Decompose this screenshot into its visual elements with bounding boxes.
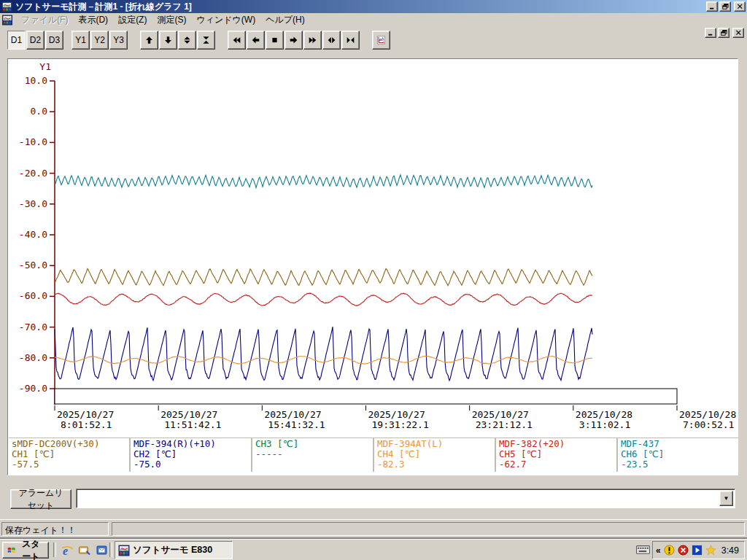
favorites-star-icon[interactable] [705,545,716,556]
toolbar-fast-forward-button[interactable] [303,31,322,50]
toolbar-expand-horizontal-button[interactable] [322,31,341,50]
menu-item-3[interactable]: 測定(S) [152,12,191,28]
close-button[interactable] [734,1,746,12]
toolbar-button-d2[interactable]: D2 [26,31,44,50]
legend-channel: CH6 [℃] [621,449,735,459]
svg-text:-30.0: -30.0 [19,198,47,209]
menu-item-0: ファイル(F) [16,12,73,28]
svg-text:8:01:52.1: 8:01:52.1 [61,419,112,430]
alarm-reset-button[interactable]: アラームリセット [10,489,71,509]
combobox-dropdown-button[interactable]: ▼ [719,491,733,506]
legend-value: -82.3 [377,459,492,470]
tray-collapse-chevron[interactable]: « [656,545,661,556]
toolbar-button-y2[interactable]: Y2 [90,31,109,50]
menu-item-2[interactable]: 設定(Z) [113,12,152,28]
taskbar: スタート e ソフトサーモ E830 « 3:49 [0,539,747,560]
minimize-button[interactable] [706,1,718,12]
toolbar-separator [360,31,372,50]
menu-item-4[interactable]: ウィンドウ(W) [191,12,260,28]
svg-text:-10.0: -10.0 [19,136,47,147]
legend-title: MDF-382(+20) [499,439,614,449]
svg-text:Y1: Y1 [39,61,51,72]
outlook-express-icon[interactable] [95,543,109,557]
trace-ch6 [55,175,592,188]
line-chart[interactable]: Y110.00.0-10.0-20.0-30.0-40.0-50.0-60.0-… [8,59,738,437]
start-button[interactable]: スタート [2,542,49,559]
svg-text:19:31:22.1: 19:31:22.1 [372,419,429,430]
security-alert-icon[interactable] [678,545,689,556]
svg-text:-60.0: -60.0 [19,290,47,301]
windows-logo-icon [7,545,16,556]
alarm-combobox-value[interactable] [78,491,719,506]
toolbar-arrow-right-button[interactable] [285,31,303,50]
svg-text:10.0: 10.0 [25,75,47,86]
toolbar-arrow-up-button[interactable] [140,31,158,50]
menu-item-5[interactable]: ヘルプ(H) [260,12,310,28]
toolbar-expand-vertical-button[interactable] [178,31,196,50]
internet-explorer-icon[interactable]: e [60,543,74,557]
toolbar-rewind-button[interactable] [228,31,246,50]
window-title: ソフトサーモ計測－計測1 - [折れ線グラフ 1] [15,1,192,13]
legend-channel: CH1 [℃] [12,449,126,459]
app-icon [118,545,130,556]
legend-title: MDF-394AT(L) [377,439,492,449]
legend-cell-ch4: MDF-394AT(L)CH4 [℃]-82.3 [374,438,495,472]
svg-text:-20.0: -20.0 [19,168,47,179]
svg-text:-90.0: -90.0 [19,383,47,394]
legend-value: -75.0 [133,459,248,470]
toolbar-button-y3[interactable]: Y3 [109,31,128,50]
taskbar-divider [53,542,56,557]
media-player-tray-icon[interactable] [692,545,703,556]
svg-text:-70.0: -70.0 [19,322,47,332]
taskbar-clock: 3:49 [721,545,739,556]
toolbar-compress-horizontal-button[interactable] [341,31,360,50]
taskbar-divider [109,542,112,557]
legend-value: -23.5 [621,459,735,470]
svg-text:2025/10/27: 2025/10/27 [472,409,529,420]
toolbar-compress-vertical-button[interactable] [197,31,215,50]
toolbar-chart-button[interactable] [372,31,390,50]
show-desktop-icon[interactable] [77,543,91,557]
security-warning-icon[interactable] [664,545,675,556]
svg-text:2025/10/28: 2025/10/28 [576,409,632,420]
svg-text:3:11:02.1: 3:11:02.1 [579,419,630,430]
svg-text:7:00:52.1: 7:00:52.1 [683,419,734,430]
svg-text:e: e [63,544,68,556]
legend-channel: CH4 [℃] [377,449,492,459]
legend-cell-ch1: sMDF-DC200V(+30)CH1 [℃]-57.5 [9,438,129,472]
svg-text:23:21:12.1: 23:21:12.1 [476,419,533,430]
mdi-child-icon[interactable] [1,15,13,26]
svg-text:2025/10/27: 2025/10/27 [57,409,114,420]
toolbar-separator [64,31,71,50]
svg-text:-80.0: -80.0 [19,352,47,363]
svg-text:0.0: 0.0 [31,106,47,117]
task-button-softthermo[interactable]: ソフトサーモ E830 [115,541,233,559]
svg-text:2025/10/27: 2025/10/27 [368,409,425,420]
toolbar-stop-button[interactable] [266,31,284,50]
legend-cell-ch3: CH3 [℃]----- [252,438,373,472]
legend-value: ----- [255,449,370,459]
toolbar: D1D2D3Y1Y2Y3 [0,27,747,55]
toolbar-arrow-left-button[interactable] [247,31,265,50]
alarm-combobox[interactable]: ▼ [76,489,735,508]
start-button-label: スタート [18,538,44,560]
legend-title: sMDF-DC200V(+30) [12,439,126,449]
toolbar-arrow-down-button[interactable] [159,31,177,50]
trace-ch1 [55,268,592,285]
toolbar-button-y1[interactable]: Y1 [71,31,90,50]
restore-button[interactable] [719,1,731,12]
toolbar-button-d1[interactable]: D1 [7,31,26,50]
menu-item-1[interactable]: 表示(D) [73,12,113,28]
toolbar-button-d3[interactable]: D3 [45,31,63,50]
legend-value: -57.5 [12,459,126,470]
legend-cell-ch2: MDF-394(R)(+10)CH2 [℃]-75.0 [131,438,251,472]
keyboard-layout-icon[interactable] [636,544,650,555]
toolbar-separator [216,31,228,50]
legend-title: MDF-437 [621,439,735,449]
status-message: 保存ウェイト！！ [1,522,109,536]
legend-cell-ch6: MDF-437CH6 [℃]-23.5 [618,438,738,472]
app-icon [1,1,12,12]
svg-text:2025/10/27: 2025/10/27 [264,409,321,420]
legend-channel: CH2 [℃] [133,449,248,459]
system-tray: « 3:49 [652,541,745,559]
